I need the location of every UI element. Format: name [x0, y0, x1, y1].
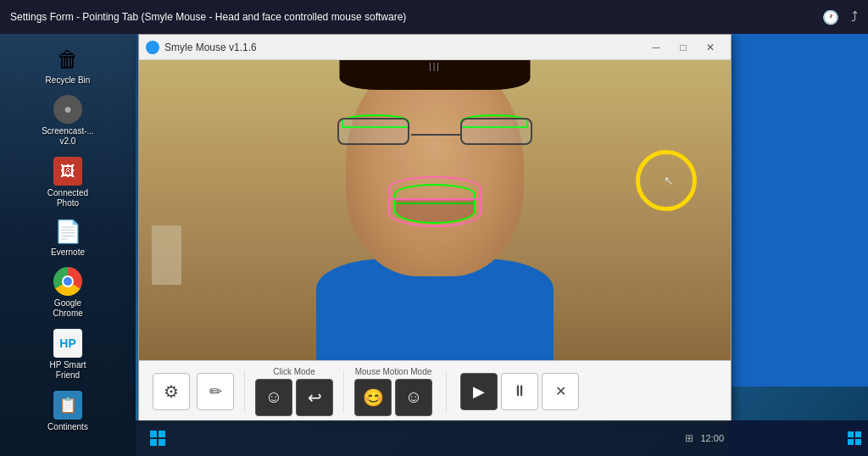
hp-smart-icon: HP [53, 329, 82, 358]
windows-logo-icon [150, 431, 165, 446]
taskbar-tray-icon-1[interactable]: ⊞ [685, 432, 693, 444]
smile-icon-1: 😊 [363, 387, 384, 408]
clock-icon[interactable]: 🕐 [822, 9, 839, 25]
desktop-icon-connected-photo[interactable]: 🖼 ConnectedPhoto [36, 153, 100, 213]
desktop-icon-hp-smart[interactable]: HP HP SmartFriend [36, 325, 100, 385]
right-panel [729, 34, 868, 386]
desktop-icon-evernote[interactable]: 📄 Evernote [36, 214, 100, 261]
video-title: Settings Form - Pointing Tab (Smyle Mous… [10, 11, 406, 23]
desktop-icon-recycle-bin[interactable]: 🗑 Recycle Bin [36, 42, 100, 89]
wall-switch [152, 225, 181, 285]
settings-button[interactable]: ⚙ [153, 373, 190, 410]
smyle-window-title: Smyle Mouse v1.1.6 [164, 42, 637, 53]
continents-label: Continents [47, 422, 88, 431]
title-controls: 🕐 ⤴ [822, 9, 858, 25]
maximize-button[interactable]: □ [670, 38, 697, 57]
toolbar-separator-2 [343, 370, 344, 413]
person-head [346, 60, 524, 276]
screencast-icon: ● [53, 95, 82, 124]
glasses-left [337, 118, 409, 145]
smile-button-2[interactable]: ☺ [395, 379, 432, 416]
screencast-label: Screencast-...v2.0 [42, 126, 94, 147]
right-taskbar [729, 420, 868, 456]
smyle-mouse-window: Smyle Mouse v1.1.6 ─ □ ✕ [138, 34, 732, 422]
taskbar-right: ⊞ 12:00 [685, 432, 724, 444]
desktop-icon-google-chrome[interactable]: GoogleChrome [36, 263, 100, 323]
smile-icon-2: ☺ [405, 387, 422, 407]
toolbar: ⚙ ✏ Click Mode ☺ ↩ Mouse Motion Mode [139, 360, 731, 421]
face-icon: ☺ [265, 387, 282, 407]
connected-photo-icon: 🖼 [53, 157, 82, 186]
click-mode-buttons: ☺ ↩ [255, 379, 333, 416]
close-window-button[interactable]: ✕ [697, 38, 724, 57]
recycle-bin-label: Recycle Bin [46, 75, 91, 85]
click-mode-section: Click Mode ☺ ↩ [255, 367, 333, 416]
settings-icon: ⚙ [164, 381, 179, 402]
camera-feed: ↖ ||| [139, 60, 731, 360]
minimize-button[interactable]: ─ [643, 38, 670, 57]
pause-icon: ⏸ [512, 382, 527, 400]
profile-icon: ↩ [308, 387, 322, 408]
mouth-pink-bottom [388, 198, 481, 227]
playback-controls: ▶ ⏸ ✕ [460, 373, 579, 410]
smile-button-1[interactable]: 😊 [354, 379, 392, 416]
desktop-icon-screencast[interactable]: ● Screencast-...v2.0 [36, 91, 100, 151]
taskbar-left [141, 421, 175, 455]
drag-handle: ||| [429, 60, 441, 71]
taskbar-time: 12:00 [700, 433, 724, 443]
smyle-app-icon [146, 41, 159, 54]
share-icon[interactable]: ⤴ [851, 9, 858, 25]
motion-mode-section: Mouse Motion Mode 😊 ☺ [354, 367, 432, 416]
stop-button[interactable]: ✕ [542, 373, 579, 410]
cursor-arrow-icon: ↖ [664, 174, 674, 187]
window-controls: ─ □ ✕ [643, 38, 724, 57]
click-mode-label: Click Mode [273, 367, 314, 376]
glasses-bridge [411, 134, 460, 136]
windows-taskbar: ⊞ 12:00 [136, 420, 729, 456]
evernote-label: Evernote [51, 247, 85, 257]
toolbar-separator-1 [244, 370, 245, 413]
face-click-button[interactable]: ☺ [255, 379, 292, 416]
play-button[interactable]: ▶ [460, 373, 498, 410]
desktop: 🗑 Recycle Bin ● Screencast-...v2.0 🖼 Con… [0, 34, 136, 456]
desktop-icon-continents[interactable]: 📋 Continents [36, 386, 100, 436]
glasses-right [460, 118, 532, 145]
windows-start-button[interactable] [141, 421, 175, 455]
smyle-window-titlebar: Smyle Mouse v1.1.6 ─ □ ✕ [139, 35, 731, 60]
recycle-bin-icon: 🗑 [57, 47, 79, 73]
evernote-icon: 📄 [54, 219, 81, 245]
close-icon: ✕ [555, 383, 566, 399]
motion-mode-label: Mouse Motion Mode [355, 367, 432, 376]
profile-button[interactable]: ↩ [296, 379, 333, 416]
pause-button[interactable]: ⏸ [501, 373, 538, 410]
outer-titlebar: Settings Form - Pointing Tab (Smyle Mous… [0, 0, 868, 34]
motion-mode-buttons: 😊 ☺ [354, 379, 432, 416]
hp-smart-label: HP SmartFriend [49, 360, 86, 381]
edit-button[interactable]: ✏ [197, 373, 234, 410]
chrome-icon [53, 267, 82, 296]
toolbar-separator-3 [446, 370, 447, 413]
right-windows-logo [848, 431, 861, 445]
chrome-label: GoogleChrome [53, 298, 83, 319]
edit-icon: ✏ [209, 382, 222, 401]
connected-photo-label: ConnectedPhoto [47, 188, 88, 209]
continents-icon: 📋 [53, 391, 82, 420]
cursor-circle: ↖ [636, 150, 697, 211]
play-icon: ▶ [473, 382, 485, 401]
